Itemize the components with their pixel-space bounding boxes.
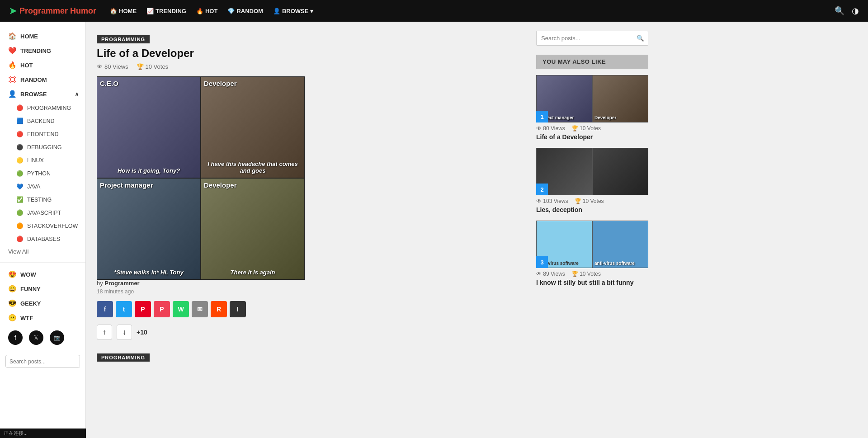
related-title-3[interactable]: I know it silly but still a bit funny bbox=[536, 279, 648, 286]
author-line: by Programmer bbox=[97, 280, 518, 287]
sidebar-item-java[interactable]: 💙 JAVA bbox=[0, 180, 85, 193]
sidebar-item-home[interactable]: 🏠 HOME bbox=[0, 29, 85, 43]
share-pinterest-button[interactable]: P bbox=[135, 301, 151, 317]
sidebar-item-python[interactable]: 🟢 PYTHON bbox=[0, 167, 85, 180]
browse-chevron-icon: ∧ bbox=[75, 91, 79, 98]
share-reddit-button[interactable]: R bbox=[211, 301, 227, 317]
you-may-like-header: YOU MAY ALSO LIKE bbox=[536, 55, 648, 69]
frontend-icon: 🔴 bbox=[16, 131, 24, 137]
javascript-icon: 🟢 bbox=[16, 209, 24, 216]
browse-emoji: 👤 bbox=[273, 8, 280, 14]
related-thumb-cell-1b: Developer bbox=[592, 75, 648, 122]
share-buttons: f t P P W ✉ R I bbox=[97, 301, 518, 317]
meme-caption-pm: *Steve walks in* Hi, Tony bbox=[97, 269, 200, 276]
sidebar-item-testing[interactable]: ✅ TESTING bbox=[0, 193, 85, 206]
instagram-icon[interactable]: 📷 bbox=[50, 330, 64, 345]
related-title-2[interactable]: Lies, deception bbox=[536, 206, 648, 213]
sidebar-item-random[interactable]: 💢 RANDOM bbox=[0, 72, 85, 87]
vote-up-button[interactable]: ↑ bbox=[97, 325, 112, 340]
backend-icon: 🟦 bbox=[16, 118, 24, 124]
share-facebook-button[interactable]: f bbox=[97, 301, 113, 317]
related-thumb-2[interactable]: 2 bbox=[536, 148, 648, 195]
meme-cell-developer-top: Developer I have this headache that come… bbox=[201, 76, 305, 178]
sidebar-search: 🔍 bbox=[5, 355, 80, 368]
share-whatsapp-button[interactable]: W bbox=[173, 301, 189, 317]
post-bottom-tag[interactable]: PROGRAMMING bbox=[97, 353, 150, 362]
sidebar-item-trending[interactable]: ❤️ TRENDING bbox=[0, 43, 85, 58]
sidebar-item-wow[interactable]: 😍 WOW bbox=[0, 267, 85, 282]
post-views: 👁 80 Views bbox=[97, 63, 128, 70]
related-thumb-1[interactable]: Project manager Developer 1 bbox=[536, 75, 648, 122]
sidebar-item-databases[interactable]: 🔴 DATABASES bbox=[0, 232, 85, 245]
vote-down-button[interactable]: ↓ bbox=[117, 325, 132, 340]
sidebar-item-debugging[interactable]: ⚫ DEBUGGING bbox=[0, 141, 85, 154]
status-bar: 正在连接... bbox=[0, 429, 86, 438]
related-cell-label-3b: anti-virus software bbox=[594, 261, 635, 266]
related-item-2: 2 👁 103 Views 🏆 10 Votes Lies, deception bbox=[536, 148, 648, 213]
share-bookmark-button[interactable]: I bbox=[230, 301, 246, 317]
funny-icon: 😄 bbox=[8, 285, 17, 293]
share-email-button[interactable]: ✉ bbox=[192, 301, 208, 317]
search-button[interactable]: 🔍 bbox=[835, 6, 844, 16]
nav-random[interactable]: 💎 RANDOM bbox=[227, 8, 263, 14]
wow-icon: 😍 bbox=[8, 270, 17, 278]
sidebar-item-hot[interactable]: 🔥 HOT bbox=[0, 58, 85, 72]
share-twitter-button[interactable]: t bbox=[116, 301, 132, 317]
sidebar-item-funny[interactable]: 😄 FUNNY bbox=[0, 282, 85, 296]
site-logo[interactable]: ➤ Programmer Humor bbox=[9, 5, 96, 16]
author-link[interactable]: Programmer bbox=[104, 280, 139, 287]
right-search-button[interactable]: 🔍 bbox=[633, 31, 648, 45]
meme-label-developer-top: Developer bbox=[204, 80, 237, 87]
sidebar-item-programming[interactable]: 🔴 PROGRAMMING bbox=[0, 101, 85, 114]
nav-home[interactable]: 🏠 HOME bbox=[110, 8, 137, 14]
eye-icon: 👁 bbox=[97, 63, 103, 70]
related-thumb-3[interactable]: anti-virus software anti-virus software … bbox=[536, 221, 648, 268]
post-title: Life of a Developer bbox=[97, 47, 518, 60]
related-meta-3: 👁 89 Views 🏆 10 Votes bbox=[536, 271, 648, 277]
right-search-box: 🔍 bbox=[536, 31, 648, 46]
hot-emoji: 🔥 bbox=[196, 8, 203, 14]
social-icons: f 𝕏 📷 bbox=[0, 325, 85, 350]
meme-caption-developer-top: I have this headache that comes and goes bbox=[201, 160, 304, 174]
top-nav-right: 🔍 ◑ bbox=[835, 6, 859, 16]
sidebar-search-input[interactable] bbox=[6, 356, 80, 367]
java-icon: 💙 bbox=[16, 183, 24, 190]
view-all-link[interactable]: View All bbox=[0, 245, 85, 258]
share-pocket-button[interactable]: P bbox=[154, 301, 170, 317]
debugging-icon: ⚫ bbox=[16, 144, 24, 151]
sidebar-item-browse[interactable]: 👤 BROWSE ∧ bbox=[0, 87, 85, 101]
sidebar-item-javascript[interactable]: 🟢 JAVASCRIPT bbox=[0, 206, 85, 219]
related-thumb-cell-2b bbox=[592, 148, 648, 195]
post-tag-badge[interactable]: PROGRAMMING bbox=[97, 35, 150, 43]
meme-cell-pm: Project manager *Steve walks in* Hi, Ton… bbox=[97, 178, 201, 280]
facebook-icon[interactable]: f bbox=[8, 330, 23, 345]
sidebar-item-linux[interactable]: 🟡 LINUX bbox=[0, 154, 85, 167]
related-views-3: 👁 89 Views bbox=[536, 271, 565, 277]
twitter-icon[interactable]: 𝕏 bbox=[29, 330, 43, 345]
meme-label-pm: Project manager bbox=[100, 181, 153, 189]
nav-browse[interactable]: 👤 BROWSE ▾ bbox=[273, 8, 313, 14]
related-title-1[interactable]: Life of a Developer bbox=[536, 133, 648, 141]
home-icon: 🏠 bbox=[8, 32, 17, 40]
nav-trending[interactable]: 📈 TRENDING bbox=[146, 8, 186, 14]
random-emoji: 💎 bbox=[227, 8, 235, 14]
databases-icon: 🔴 bbox=[16, 235, 24, 242]
nav-hot[interactable]: 🔥 HOT bbox=[196, 8, 217, 14]
vote-count: +10 bbox=[137, 329, 147, 336]
rank-badge-3: 3 bbox=[536, 256, 548, 268]
linux-icon: 🟡 bbox=[16, 157, 24, 164]
sidebar-item-stackoverflow[interactable]: 🟠 STACKOVERFLOW bbox=[0, 219, 85, 232]
theme-toggle-button[interactable]: ◑ bbox=[852, 6, 859, 16]
sidebar-item-wtf[interactable]: 😐 WTF bbox=[0, 311, 85, 325]
wtf-icon: 😐 bbox=[8, 314, 17, 322]
home-emoji: 🏠 bbox=[110, 8, 117, 14]
browse-icon: 👤 bbox=[8, 90, 17, 98]
sidebar-item-frontend[interactable]: 🔴 FRONTEND bbox=[0, 127, 85, 141]
related-views-1: 👁 80 Views bbox=[536, 125, 565, 132]
logo-arrow-icon: ➤ bbox=[9, 5, 17, 16]
related-item-1: Project manager Developer 1 👁 80 Views 🏆… bbox=[536, 75, 648, 141]
left-sidebar: 🏠 HOME ❤️ TRENDING 🔥 HOT 💢 RANDOM 👤 BROW… bbox=[0, 22, 86, 438]
right-search-input[interactable] bbox=[537, 31, 633, 45]
sidebar-item-backend[interactable]: 🟦 BACKEND bbox=[0, 114, 85, 127]
sidebar-item-geeky[interactable]: 😎 GEEKY bbox=[0, 296, 85, 311]
